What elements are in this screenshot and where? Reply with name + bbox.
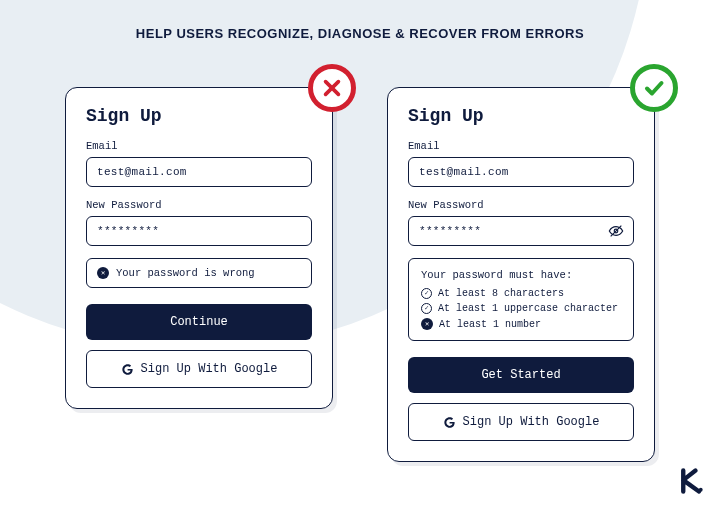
continue-button[interactable]: Continue <box>86 304 312 340</box>
error-text: Your password is wrong <box>116 267 255 279</box>
password-field[interactable] <box>86 216 312 246</box>
google-btn-label: Sign Up With Google <box>141 362 278 376</box>
requirement-text: At least 8 characters <box>438 288 564 299</box>
requirement-text: At least 1 number <box>439 319 541 330</box>
google-icon <box>443 416 456 429</box>
badge-bad <box>308 64 356 112</box>
requirement-item: At least 1 number <box>421 318 621 330</box>
error-message: Your password is wrong <box>86 258 312 288</box>
badge-good <box>630 64 678 112</box>
google-signup-button[interactable]: Sign Up With Google <box>408 403 634 441</box>
page-title: HELP USERS RECOGNIZE, DIAGNOSE & RECOVER… <box>0 0 720 41</box>
brand-logo <box>678 467 706 495</box>
password-label: New Password <box>408 199 634 211</box>
check-circle-icon <box>421 303 432 314</box>
signup-heading: Sign Up <box>408 106 634 126</box>
x-icon <box>321 77 343 99</box>
password-field-wrap <box>408 216 634 258</box>
card-good: Sign Up Email New Password Your password… <box>387 87 655 462</box>
x-circle-icon <box>421 318 433 330</box>
cards-row: Sign Up Email New Password Your password… <box>0 87 720 462</box>
error-icon <box>97 267 109 279</box>
svg-point-2 <box>699 488 703 492</box>
get-started-button[interactable]: Get Started <box>408 357 634 393</box>
card-bad: Sign Up Email New Password Your password… <box>65 87 333 409</box>
email-label: Email <box>86 140 312 152</box>
check-circle-icon <box>421 288 432 299</box>
requirements-title: Your password must have: <box>421 269 621 281</box>
requirement-item: At least 1 uppercase character <box>421 303 621 314</box>
google-btn-label: Sign Up With Google <box>463 415 600 429</box>
email-label: Email <box>408 140 634 152</box>
password-requirements: Your password must have: At least 8 char… <box>408 258 634 341</box>
requirement-item: At least 8 characters <box>421 288 621 299</box>
check-icon <box>642 76 666 100</box>
signup-heading: Sign Up <box>86 106 312 126</box>
password-label: New Password <box>86 199 312 211</box>
google-icon <box>121 363 134 376</box>
google-signup-button[interactable]: Sign Up With Google <box>86 350 312 388</box>
password-field[interactable] <box>408 216 634 246</box>
email-field[interactable] <box>86 157 312 187</box>
requirement-text: At least 1 uppercase character <box>438 303 618 314</box>
toggle-password-icon[interactable] <box>608 223 624 239</box>
email-field[interactable] <box>408 157 634 187</box>
